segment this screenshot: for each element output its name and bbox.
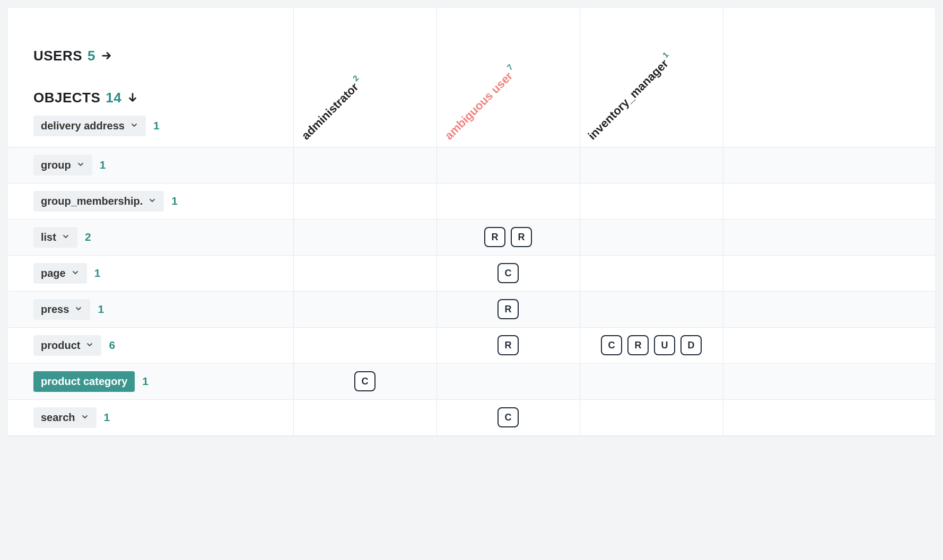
permissions-table: USERS 5 OBJECTS 14	[8, 8, 935, 436]
chevron-down-icon	[81, 412, 89, 424]
object-chip[interactable]: product	[33, 335, 101, 356]
permission-cell	[580, 291, 723, 327]
cell-filler	[723, 363, 935, 399]
permission-badge-r[interactable]: R	[627, 335, 649, 355]
object-row: list2RR	[8, 219, 935, 255]
user-column-administrator[interactable]: administrator2	[293, 8, 436, 147]
permission-cell	[293, 399, 436, 435]
object-row: search1C	[8, 399, 935, 435]
objects-label: OBJECTS	[33, 90, 100, 106]
users-count: 5	[88, 48, 95, 64]
permission-cell: C	[436, 399, 580, 435]
cell-filler	[723, 219, 935, 255]
object-row: product category1C	[8, 363, 935, 399]
cell-filler	[723, 255, 935, 291]
object-label: delivery address	[41, 120, 125, 132]
object-row: press1R	[8, 291, 935, 327]
object-count: 1	[94, 267, 101, 279]
user-column-ambiguous-user[interactable]: ambiguous user7	[436, 8, 580, 147]
object-chip[interactable]: search	[33, 407, 97, 428]
object-row: product6RCRUD	[8, 327, 935, 363]
arrow-right-icon	[101, 50, 112, 62]
permission-cell: CRUD	[580, 327, 723, 363]
permission-badge-r[interactable]: R	[511, 227, 532, 247]
chevron-down-icon	[85, 339, 94, 352]
arrow-down-icon	[127, 92, 138, 103]
permission-badge-r[interactable]: R	[497, 335, 519, 355]
permission-cell: RR	[436, 219, 580, 255]
object-cell: group_membership.1	[8, 183, 293, 219]
object-cell: product6	[8, 327, 293, 363]
permission-cell: C	[436, 255, 580, 291]
permission-cell	[293, 147, 436, 183]
users-section-header[interactable]: USERS 5	[33, 48, 268, 64]
permission-cell	[580, 255, 723, 291]
permission-cell: R	[436, 327, 580, 363]
chevron-down-icon	[74, 303, 83, 316]
permission-cell	[580, 399, 723, 435]
object-chip[interactable]: press	[33, 299, 90, 320]
object-chip[interactable]: delivery address	[33, 116, 146, 136]
user-name: inventory_manager	[585, 57, 671, 143]
users-label: USERS	[33, 48, 82, 64]
cell-filler	[723, 183, 935, 219]
objects-count: 14	[106, 90, 121, 106]
object-count: 1	[153, 119, 160, 132]
object-count: 6	[109, 339, 115, 352]
object-label: group_membership.	[41, 195, 143, 207]
permission-cell: R	[436, 291, 580, 327]
permission-cell: C	[293, 363, 436, 399]
cell-filler	[723, 399, 935, 435]
object-chip[interactable]: group	[33, 155, 92, 176]
object-chip[interactable]: product category	[33, 371, 135, 392]
objects-section-header[interactable]: OBJECTS 14	[33, 90, 268, 106]
object-row: group_membership.1	[8, 183, 935, 219]
permission-cell	[580, 147, 723, 183]
cell-filler	[723, 291, 935, 327]
permission-badge-c[interactable]: C	[601, 335, 622, 355]
chevron-down-icon	[130, 120, 138, 132]
object-cell: product category1	[8, 363, 293, 399]
chevron-down-icon	[76, 159, 85, 171]
object-label: product	[41, 339, 80, 352]
object-chip[interactable]: list	[33, 227, 77, 248]
object-count: 1	[171, 195, 178, 207]
object-chip[interactable]: page	[33, 263, 87, 284]
permission-badge-d[interactable]: D	[680, 335, 702, 355]
user-name: administrator	[299, 80, 361, 143]
object-label: search	[41, 412, 75, 424]
object-label: group	[41, 159, 71, 171]
cell-filler	[723, 327, 935, 363]
object-row: group1	[8, 147, 935, 183]
permission-cell	[436, 147, 580, 183]
permission-badge-c[interactable]: C	[354, 371, 376, 391]
user-column-inventory_manager[interactable]: inventory_manager1	[580, 8, 723, 147]
permission-badge-r[interactable]: R	[484, 227, 505, 247]
object-count: 1	[100, 159, 106, 171]
permission-cell	[293, 291, 436, 327]
object-row: page1C	[8, 255, 935, 291]
object-cell: group1	[8, 147, 293, 183]
permission-cell	[293, 255, 436, 291]
object-count: 1	[98, 303, 104, 316]
permission-badge-r[interactable]: R	[497, 299, 519, 319]
object-count: 2	[85, 231, 91, 243]
object-cell: page1	[8, 255, 293, 291]
permission-cell	[580, 219, 723, 255]
object-chip[interactable]: group_membership.	[33, 191, 164, 212]
permission-badge-c[interactable]: C	[497, 263, 519, 283]
permission-badge-c[interactable]: C	[497, 407, 519, 427]
object-count: 1	[104, 411, 110, 424]
object-label: list	[41, 231, 56, 243]
cell-filler	[723, 147, 935, 183]
permission-cell	[580, 363, 723, 399]
permission-badge-u[interactable]: U	[654, 335, 675, 355]
permission-cell	[580, 183, 723, 219]
object-label: product category	[41, 375, 127, 388]
header-left-cell: USERS 5 OBJECTS 14	[8, 8, 293, 147]
permission-cell	[293, 183, 436, 219]
permission-cell	[436, 183, 580, 219]
chevron-down-icon	[148, 195, 156, 207]
permissions-matrix: USERS 5 OBJECTS 14	[7, 7, 936, 436]
object-count: 1	[142, 375, 149, 388]
